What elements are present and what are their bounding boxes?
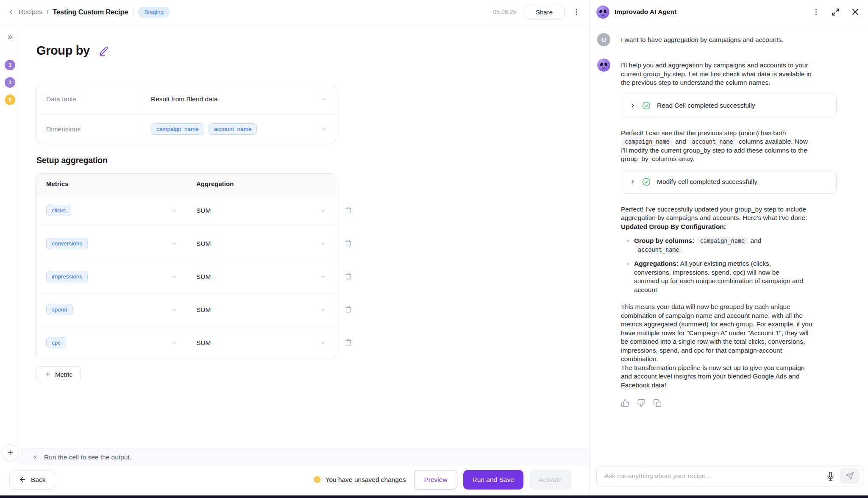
thumbs-down-icon [637, 399, 645, 407]
copy-message-button[interactable] [653, 399, 662, 407]
close-panel-icon[interactable] [851, 8, 860, 16]
data-table-label: Data table [37, 84, 140, 114]
aggregation-select[interactable]: SUM [187, 326, 336, 359]
thumbs-up-icon [621, 399, 629, 407]
add-step-button[interactable] [2, 444, 19, 461]
agent-paragraph: I'll help you add aggregation by campaig… [621, 61, 812, 87]
back-button[interactable]: Back [9, 470, 55, 490]
trash-icon [345, 273, 352, 280]
chevron-down-icon [171, 273, 178, 280]
metric-select[interactable]: clicks [37, 194, 187, 227]
success-check-icon [642, 101, 651, 110]
topbar: Recipes / Testing Custom Recipe | Stagin… [0, 0, 589, 24]
aggregation-select[interactable]: SUM [187, 293, 336, 326]
inline-code: campaign_name [697, 236, 748, 245]
chevron-down-icon [320, 240, 326, 247]
expand-sidebar-icon[interactable] [6, 33, 14, 41]
chat-transcript[interactable]: U I want to have aggregation by campaign… [590, 24, 868, 465]
chevron-down-icon [171, 240, 178, 247]
delete-metric-button[interactable] [342, 204, 354, 216]
thumbs-down-button[interactable] [637, 399, 645, 407]
expand-panel-icon[interactable] [832, 8, 840, 16]
inline-code: account_name [689, 137, 736, 146]
trash-icon [345, 339, 352, 346]
data-table-row: Data table Result from Blend data [37, 84, 336, 114]
message-actions [621, 399, 837, 407]
unsaved-warning-icon [313, 476, 321, 484]
dimension-chip[interactable]: campaign_name [151, 123, 204, 135]
run-and-save-button[interactable]: Run and Save [463, 470, 523, 490]
tool-card-modify-cell[interactable]: Modify cell completed successfully [621, 170, 837, 194]
aggregation-select[interactable]: SUM [187, 227, 336, 260]
more-options-icon[interactable] [572, 8, 581, 16]
metric-chip[interactable]: conversions [46, 238, 88, 249]
agent-bullet-list: Group by columns: campaign_name and acco… [626, 236, 837, 294]
thumbs-up-button[interactable] [621, 399, 629, 407]
agent-paragraph: This means your data will now be grouped… [621, 303, 812, 389]
list-item: Group by columns: campaign_name and acco… [626, 236, 804, 254]
metric-select[interactable]: cpc [37, 326, 187, 359]
group-by-settings-card: Data table Result from Blend data Dimens… [36, 84, 336, 144]
metric-chip[interactable]: impressions [46, 271, 88, 282]
preview-button[interactable]: Preview [414, 470, 457, 490]
table-row: conversions SUM [37, 227, 336, 260]
step-2-button[interactable]: 2 [5, 77, 15, 88]
delete-metric-button[interactable] [342, 237, 354, 249]
agent-avatar [596, 6, 609, 19]
metric-select[interactable]: conversions [37, 227, 187, 260]
step-1-button[interactable]: 1 [5, 60, 15, 70]
topbar-actions: 05.06.25 Share [493, 5, 581, 19]
editor-footer: Back You have unsaved changes Preview Ru… [0, 465, 589, 495]
breadcrumb-recipes-link[interactable]: Recipes [19, 8, 42, 16]
table-row: clicks SUM [37, 194, 336, 227]
add-metric-button[interactable]: Metric [36, 366, 81, 382]
chevron-right-icon [32, 454, 38, 460]
breadcrumb-separator: / [47, 8, 48, 16]
data-table-select[interactable]: Result from Blend data [140, 84, 336, 114]
chevron-down-icon [171, 306, 178, 313]
status-badge: Staging [138, 7, 170, 17]
chevron-down-icon [171, 339, 178, 346]
chevron-down-icon [320, 339, 326, 346]
delete-metric-button[interactable] [342, 270, 354, 282]
chevron-down-icon [320, 207, 326, 214]
footer-actions: You have unsaved changes Preview Run and… [313, 470, 571, 490]
microphone-icon[interactable] [826, 472, 835, 481]
send-button[interactable] [840, 468, 860, 484]
metric-chip[interactable]: cpc [46, 337, 66, 348]
agent-paragraph: Perfect! I've successfully updated your … [621, 205, 812, 231]
plus-icon [45, 371, 51, 378]
aggregation-select[interactable]: SUM [187, 260, 336, 293]
table-row: spend SUM [37, 293, 336, 326]
edit-title-icon[interactable] [98, 45, 109, 56]
step-list: 1 2 3 [5, 60, 15, 105]
trash-icon [345, 239, 352, 247]
metric-chip[interactable]: spend [46, 304, 73, 315]
tool-card-read-cell[interactable]: Read Cell completed successfully [621, 94, 837, 117]
metric-select[interactable]: impressions [37, 260, 187, 293]
table-row: cpc SUM [37, 326, 336, 359]
agent-message-row: I'll help you add aggregation by campaig… [597, 58, 861, 407]
step-3-button[interactable]: 3 [5, 95, 15, 105]
metric-chip[interactable]: clicks [46, 205, 71, 216]
activate-button[interactable]: Activate [529, 470, 571, 490]
chat-input[interactable] [604, 472, 821, 480]
cell-output-bar[interactable]: Run the cell to see the output. [20, 448, 589, 465]
inline-code: campaign_name [622, 137, 673, 146]
dimensions-select[interactable]: campaign_name account_name [140, 114, 336, 144]
list-item: Aggregations: All your existing metrics … [626, 259, 804, 294]
title-divider: | [132, 8, 134, 16]
inline-code: account_name [635, 245, 682, 254]
trash-icon [345, 206, 352, 214]
plus-icon [6, 449, 14, 456]
metric-select[interactable]: spend [37, 293, 187, 326]
panel-menu-icon[interactable] [812, 8, 820, 16]
dimension-chip[interactable]: account_name [209, 123, 257, 135]
share-button[interactable]: Share [524, 5, 565, 19]
delete-metric-button[interactable] [342, 303, 354, 315]
last-saved-date: 05.06.25 [493, 8, 516, 15]
delete-metric-button[interactable] [342, 336, 354, 348]
copy-icon [653, 399, 662, 407]
aggregation-select[interactable]: SUM [187, 194, 336, 227]
back-chevron-icon[interactable] [8, 8, 14, 15]
